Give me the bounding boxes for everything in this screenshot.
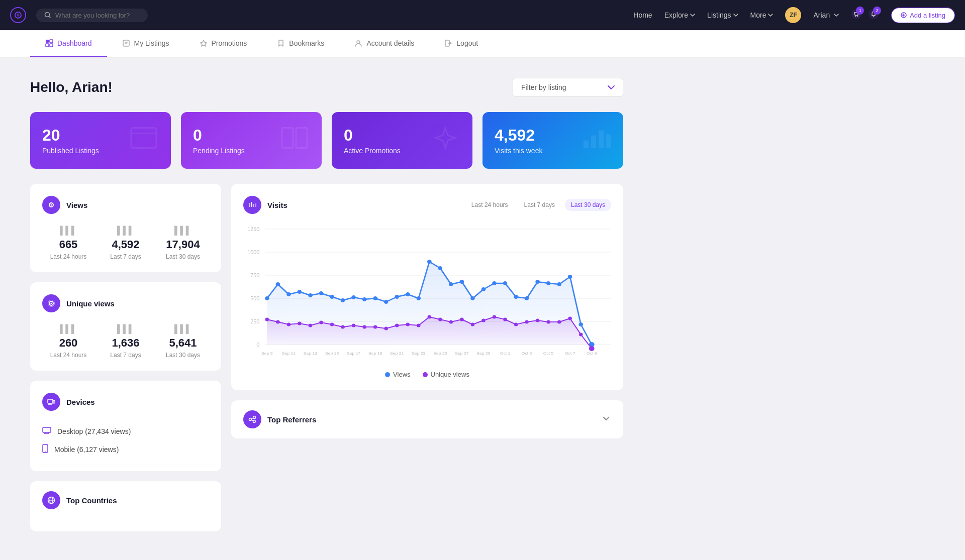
svg-point-62 xyxy=(276,282,280,286)
logo[interactable] xyxy=(10,7,26,23)
svg-text:0: 0 xyxy=(256,342,259,348)
svg-point-100 xyxy=(352,324,356,327)
svg-text:1000: 1000 xyxy=(247,250,259,255)
svg-point-69 xyxy=(351,295,356,299)
tab-account-details[interactable]: Account details xyxy=(339,30,429,57)
search-input[interactable] xyxy=(55,12,140,19)
pending-icon xyxy=(279,125,310,156)
svg-point-83 xyxy=(503,281,508,285)
svg-text:Sep 19: Sep 19 xyxy=(368,351,382,356)
unique-24h: ▌▌▌ 260 Last 24 hours xyxy=(42,324,94,359)
nav-listings[interactable]: Listings xyxy=(707,11,738,19)
search-bar[interactable] xyxy=(36,9,148,22)
svg-point-101 xyxy=(362,325,366,329)
bar-icon: ▌▌▌ xyxy=(42,226,94,235)
chart-legend: Views Unique views xyxy=(243,371,611,378)
svg-text:Sep 29: Sep 29 xyxy=(476,351,491,356)
svg-point-112 xyxy=(481,319,486,322)
svg-rect-13 xyxy=(123,40,129,46)
svg-point-75 xyxy=(416,296,421,300)
devices-widget-header: Devices xyxy=(42,393,209,411)
nav-explore[interactable]: Explore xyxy=(664,11,695,19)
nav-more[interactable]: More xyxy=(750,11,774,19)
top-countries-title: Top Countries xyxy=(66,496,117,505)
nav-home[interactable]: Home xyxy=(633,11,652,19)
svg-point-103 xyxy=(384,327,388,330)
svg-point-66 xyxy=(319,291,324,295)
svg-text:250: 250 xyxy=(250,319,259,324)
left-column: Views ▌▌▌ 665 Last 24 hours ▌▌▌ 4,592 La… xyxy=(30,184,221,531)
svg-point-77 xyxy=(438,266,443,270)
tab-bookmarks[interactable]: Bookmarks xyxy=(262,30,339,57)
svg-point-4 xyxy=(857,16,858,17)
svg-point-16 xyxy=(357,41,360,44)
svg-point-109 xyxy=(449,320,453,324)
svg-rect-33 xyxy=(53,400,55,403)
notifications-icon[interactable]: 2 xyxy=(868,9,879,22)
svg-text:Oct 3: Oct 3 xyxy=(522,351,532,356)
devices-widget: Devices Desktop (27,434 views) Mobile (6… xyxy=(30,381,221,471)
views-30d: ▌▌▌ 17,904 Last 30 days xyxy=(157,226,209,260)
main-content: Hello, Arian! Filter by listing 20 Publi… xyxy=(0,58,653,551)
filter-dropdown[interactable]: Filter by listing xyxy=(513,78,623,97)
tab-promotions[interactable]: Promotions xyxy=(184,30,262,57)
tab-logout[interactable]: Logout xyxy=(429,30,493,57)
svg-point-92 xyxy=(265,318,269,321)
svg-rect-32 xyxy=(48,399,53,403)
tab-dashboard[interactable]: Dashboard xyxy=(30,30,107,57)
svg-text:Sep 17: Sep 17 xyxy=(347,351,361,356)
svg-point-115 xyxy=(514,323,518,326)
svg-point-117 xyxy=(536,319,540,322)
listings-icon xyxy=(122,39,130,47)
cart-icon[interactable]: 1 xyxy=(851,9,862,22)
filter-24h[interactable]: Last 24 hours xyxy=(465,199,514,211)
filter-30d[interactable]: Last 30 days xyxy=(565,199,611,211)
legend-views: Views xyxy=(385,371,410,378)
svg-point-88 xyxy=(557,282,561,286)
svg-text:Sep 9: Sep 9 xyxy=(261,351,273,356)
devices-widget-icon xyxy=(42,393,60,411)
views-widget-header: Views xyxy=(42,196,209,214)
user-name[interactable]: Arian xyxy=(813,11,839,19)
avatar[interactable]: ZF xyxy=(785,7,801,23)
svg-point-61 xyxy=(265,296,269,300)
svg-point-104 xyxy=(395,324,399,327)
svg-rect-22 xyxy=(296,128,307,148)
bottom-grid: Views ▌▌▌ 665 Last 24 hours ▌▌▌ 4,592 La… xyxy=(30,184,623,531)
svg-point-63 xyxy=(286,292,291,296)
referrers-expand[interactable] xyxy=(601,413,611,425)
mobile-icon xyxy=(42,444,48,455)
bar-icon: ▌▌▌ xyxy=(157,324,209,333)
visits-chart-title: Visits xyxy=(267,201,287,209)
views-widget-title: Views xyxy=(66,201,87,209)
filter-7d[interactable]: Last 7 days xyxy=(518,199,561,211)
svg-point-74 xyxy=(406,292,410,296)
desktop-icon xyxy=(42,427,51,436)
stat-card-published: 20 Published Listings xyxy=(30,112,171,169)
svg-point-119 xyxy=(557,320,561,324)
chart-area: 1250 1000 750 500 250 0 xyxy=(243,224,611,365)
views-widget: Views ▌▌▌ 665 Last 24 hours ▌▌▌ 4,592 La… xyxy=(30,184,221,272)
views-24h-value: 665 xyxy=(42,238,94,251)
views-widget-icon xyxy=(42,196,60,214)
svg-rect-45 xyxy=(249,203,250,207)
svg-text:Oct 9: Oct 9 xyxy=(587,351,597,356)
legend-unique-views-dot xyxy=(423,372,428,377)
cart-badge: 1 xyxy=(856,7,864,15)
svg-point-78 xyxy=(449,282,453,286)
unique-7d: ▌▌▌ 1,636 Last 7 days xyxy=(100,324,152,359)
svg-text:Sep 15: Sep 15 xyxy=(325,351,339,356)
add-listing-button[interactable]: Add a listing xyxy=(891,8,955,23)
svg-rect-9 xyxy=(46,40,49,43)
svg-point-80 xyxy=(470,296,475,300)
desktop-label: Desktop (27,434 views) xyxy=(57,427,131,435)
svg-point-67 xyxy=(330,295,334,299)
svg-text:Sep 25: Sep 25 xyxy=(433,351,447,356)
svg-point-72 xyxy=(384,300,389,304)
unique-views-widget: Unique views ▌▌▌ 260 Last 24 hours ▌▌▌ 1… xyxy=(30,282,221,371)
svg-point-65 xyxy=(308,293,313,297)
tab-my-listings[interactable]: My Listings xyxy=(107,30,184,57)
svg-point-141 xyxy=(253,420,256,423)
views-7d-value: 4,592 xyxy=(100,238,152,251)
legend-unique-views: Unique views xyxy=(423,371,469,378)
